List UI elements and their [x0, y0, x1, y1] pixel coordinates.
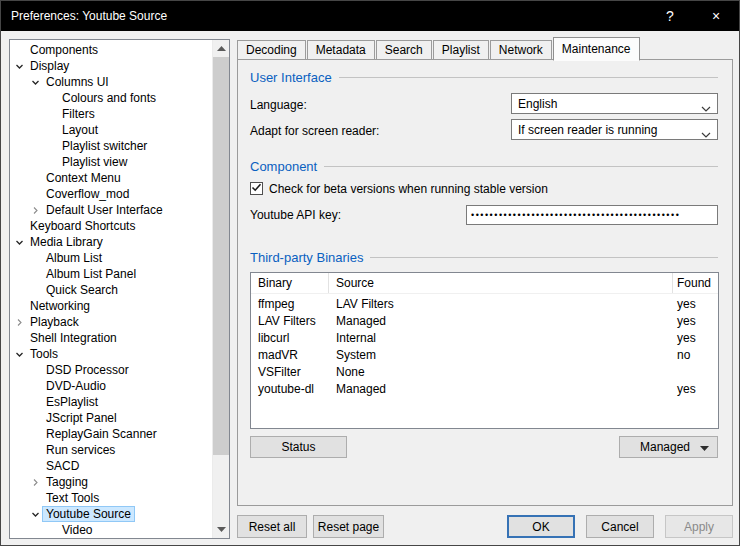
tree-item-tools[interactable]: Tools	[10, 346, 229, 362]
managed-label: Managed	[640, 440, 690, 454]
tree-item-media-library[interactable]: Media Library	[10, 234, 229, 250]
column-header-source[interactable]: Source	[329, 273, 673, 293]
table-row[interactable]: VSFilter None	[251, 364, 718, 381]
tree-item-shell-integration[interactable]: Shell Integration	[10, 330, 229, 346]
chevron-expanded-icon[interactable]	[14, 61, 24, 71]
tree-item-playlist-switcher[interactable]: Playlist switcher	[10, 138, 229, 154]
tree-item-text-tools[interactable]: Text Tools	[10, 490, 229, 506]
window-title: Preferences: Youtube Source	[1, 9, 167, 23]
help-button[interactable]: ?	[647, 1, 693, 31]
tab-playlist[interactable]: Playlist	[433, 40, 489, 59]
column-header-found[interactable]: Found	[673, 273, 718, 293]
language-dropdown[interactable]: English	[511, 93, 718, 114]
chevron-expanded-icon[interactable]	[30, 77, 40, 87]
close-button[interactable]: ×	[693, 1, 739, 31]
tree-item-esplaylist[interactable]: EsPlaylist	[10, 394, 229, 410]
reset-all-button[interactable]: Reset all	[237, 515, 307, 538]
beta-versions-checkbox[interactable]	[250, 182, 263, 195]
group-third-party-binaries: Third-party Binaries	[250, 250, 718, 265]
tree-item-columns-ui[interactable]: Columns UI	[10, 74, 229, 90]
tree-item-quick-search[interactable]: Quick Search	[10, 282, 229, 298]
binaries-table: Binary Source Found ffmpeg LAV Filters y…	[250, 272, 719, 429]
tab-metadata[interactable]: Metadata	[307, 40, 375, 59]
cell-source: Managed	[329, 313, 673, 330]
tree-item-sacd[interactable]: SACD	[10, 458, 229, 474]
tree-item-video[interactable]: Video	[10, 522, 229, 538]
cell-binary: madVR	[251, 347, 329, 364]
group-divider	[370, 257, 718, 258]
tree-item-youtube-source[interactable]: Youtube Source	[10, 506, 229, 522]
ok-button[interactable]: OK	[507, 515, 575, 538]
title-bar: Preferences: Youtube Source ? ×	[1, 1, 739, 31]
table-row[interactable]: libcurl Internal yes	[251, 330, 718, 347]
cell-binary: ffmpeg	[251, 296, 329, 313]
group-title: Component	[250, 159, 317, 174]
chevron-collapsed-icon[interactable]	[30, 477, 40, 487]
language-label: Language:	[250, 98, 307, 112]
group-title: User Interface	[250, 70, 332, 85]
cell-source: Internal	[329, 330, 673, 347]
tree-item-default-user-interface[interactable]: Default User Interface	[10, 202, 229, 218]
column-header-binary[interactable]: Binary	[251, 273, 329, 293]
chevron-expanded-icon[interactable]	[14, 237, 24, 247]
cell-binary: LAV Filters	[251, 313, 329, 330]
preferences-tabs: Decoding Metadata Search Playlist Networ…	[237, 38, 641, 61]
tab-search[interactable]: Search	[376, 40, 432, 59]
tree-item-run-services[interactable]: Run services	[10, 442, 229, 458]
chevron-collapsed-icon[interactable]	[30, 205, 40, 215]
api-key-field[interactable]: ••••••••••••••••••••••••••••••••••••••••…	[466, 205, 718, 225]
beta-versions-label[interactable]: Check for beta versions when running sta…	[269, 182, 548, 196]
cell-source: System	[329, 347, 673, 364]
language-value: English	[518, 97, 557, 111]
tree-item-context-menu[interactable]: Context Menu	[10, 170, 229, 186]
group-user-interface: User Interface	[250, 70, 718, 85]
tab-decoding[interactable]: Decoding	[237, 40, 306, 59]
tree-item-replaygain-scanner[interactable]: ReplayGain Scanner	[10, 426, 229, 442]
table-row[interactable]: ffmpeg LAV Filters yes	[251, 296, 718, 313]
scrollbar-thumb[interactable]	[213, 57, 229, 455]
tree-item-keyboard-shortcuts[interactable]: Keyboard Shortcuts	[10, 218, 229, 234]
reset-page-button[interactable]: Reset page	[313, 515, 384, 538]
tree-item-tagging[interactable]: Tagging	[10, 474, 229, 490]
table-row[interactable]: youtube-dl Managed yes	[251, 381, 718, 398]
scroll-down-icon[interactable]	[213, 521, 229, 538]
cancel-button[interactable]: Cancel	[586, 515, 654, 538]
cell-source: None	[329, 364, 673, 381]
tree-item-album-list[interactable]: Album List	[10, 250, 229, 266]
chevron-expanded-icon[interactable]	[30, 509, 40, 519]
cell-binary: libcurl	[251, 330, 329, 347]
tree-item-dvd-audio[interactable]: DVD-Audio	[10, 378, 229, 394]
chevron-collapsed-icon[interactable]	[14, 317, 24, 327]
screen-reader-dropdown[interactable]: If screen reader is running	[511, 119, 718, 140]
managed-dropdown-button[interactable]: Managed	[619, 436, 718, 458]
tree-item-components[interactable]: Components	[10, 42, 229, 58]
cell-found: yes	[673, 313, 718, 330]
tree-item-album-list-panel[interactable]: Album List Panel	[10, 266, 229, 282]
table-row[interactable]: LAV Filters Managed yes	[251, 313, 718, 330]
cell-found: yes	[673, 296, 718, 313]
tree-item-layout[interactable]: Layout	[10, 122, 229, 138]
apply-button[interactable]: Apply	[665, 515, 733, 538]
cell-found: no	[673, 347, 718, 364]
tab-network[interactable]: Network	[490, 40, 552, 59]
table-row[interactable]: madVR System no	[251, 347, 718, 364]
maintenance-pane: User Interface Language: English Adapt f…	[237, 59, 733, 506]
preferences-tree: Components Display Columns UI Colours an…	[9, 39, 230, 539]
tree-item-colours-and-fonts[interactable]: Colours and fonts	[10, 90, 229, 106]
titlebar-buttons: ? ×	[647, 1, 739, 31]
tab-maintenance[interactable]: Maintenance	[553, 37, 640, 61]
status-button[interactable]: Status	[250, 436, 347, 458]
tree-item-coverflow-mod[interactable]: Coverflow_mod	[10, 186, 229, 202]
tree-item-jscript-panel[interactable]: JScript Panel	[10, 410, 229, 426]
tree-item-dsd-processor[interactable]: DSD Processor	[10, 362, 229, 378]
tree-item-networking[interactable]: Networking	[10, 298, 229, 314]
tree-item-filters[interactable]: Filters	[10, 106, 229, 122]
chevron-down-icon	[701, 101, 711, 115]
tree-scrollbar[interactable]	[212, 40, 229, 538]
scroll-up-icon[interactable]	[213, 40, 229, 57]
tree-item-display[interactable]: Display	[10, 58, 229, 74]
group-divider	[339, 77, 718, 78]
chevron-expanded-icon[interactable]	[14, 349, 24, 359]
tree-item-playback[interactable]: Playback	[10, 314, 229, 330]
tree-item-playlist-view[interactable]: Playlist view	[10, 154, 229, 170]
